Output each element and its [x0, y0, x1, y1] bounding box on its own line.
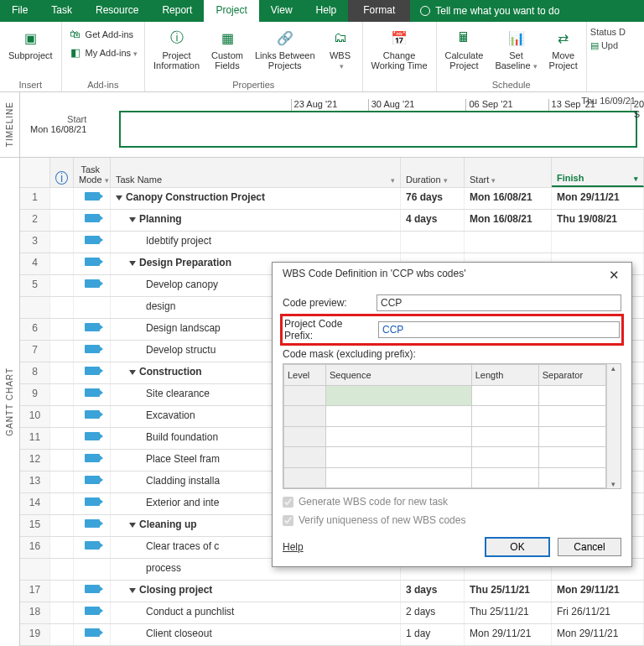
task-mode-icon — [85, 214, 100, 222]
task-mode-icon — [85, 279, 100, 288]
my-addins-button[interactable]: ◧ My Add-ins▾ — [67, 44, 139, 60]
col-info[interactable]: i — [50, 158, 74, 187]
code-mask-label: Code mask (excluding prefix): — [283, 348, 621, 360]
table-row[interactable]: 19Client closeout1 dayMon 29/11/21Mon 29… — [20, 624, 644, 646]
verify-uniqueness-checkbox[interactable]: Verify uniqueness of new WBS codes — [283, 514, 621, 526]
col-task-name[interactable]: Task Name▾ — [111, 158, 401, 187]
col-duration[interactable]: Duration▾ — [401, 158, 465, 187]
task-name-cell[interactable]: Client closeout — [111, 624, 401, 645]
dialog-titlebar: WBS Code Definition in 'CCP wbs codes' ✕ — [273, 263, 631, 288]
table-row[interactable]: 3Idebtify project — [20, 232, 644, 253]
info-icon: i — [55, 171, 68, 185]
links-icon: 🔗 — [274, 27, 296, 49]
wbs-button[interactable]: 🗂 WBS▾ — [324, 25, 357, 73]
timeline-tick: 13 Sep '21 — [548, 99, 595, 111]
code-mask-table[interactable]: Level Sequence Length Separator ▴▾ — [283, 363, 621, 489]
task-mode-icon — [85, 323, 100, 331]
ribbon-group-insert: ▣ Subproject Insert — [0, 22, 62, 91]
code-preview-field: CCP — [377, 294, 621, 311]
table-row[interactable]: 18Conduct a punchlist2 daysThu 25/11/21F… — [20, 602, 644, 624]
status-date-label: Status D — [590, 27, 626, 37]
timeline-tick: 23 Aug '21 — [291, 99, 338, 111]
move-project-button[interactable]: ⇄ Move Project — [546, 25, 581, 72]
task-mode-icon — [85, 476, 100, 484]
table-row[interactable]: 1Canopy Construction Project76 daysMon 1… — [20, 188, 644, 210]
task-name-cell[interactable]: Planning — [111, 210, 401, 231]
gantt-chart-label-strip: GANTT CHART — [0, 158, 20, 646]
task-mode-icon — [85, 585, 100, 593]
task-name-cell[interactable]: Closing project — [111, 581, 401, 602]
tell-me-label: Tell me what you want to do — [435, 5, 559, 17]
menu-help[interactable]: Help — [304, 0, 349, 22]
calculate-icon: 🖩 — [453, 27, 475, 49]
table-row[interactable]: 2Planning4 daysMon 16/08/21Thu 19/08/21 — [20, 210, 644, 232]
code-preview-label: Code preview: — [283, 297, 370, 309]
mask-scrollbar[interactable]: ▴▾ — [606, 364, 621, 488]
timeline-bar[interactable]: 23 Aug '2130 Aug '2106 Sep '2113 Sep '21… — [119, 111, 637, 148]
task-name-cell[interactable]: Canopy Construction Project — [111, 188, 401, 209]
wbs-code-dialog: WBS Code Definition in 'CCP wbs codes' ✕… — [272, 262, 632, 567]
ribbon-group-properties: ⓘ Project Information ▦ Custom Fields 🔗 … — [145, 22, 362, 91]
col-start[interactable]: Start▾ — [465, 158, 552, 187]
task-name-cell[interactable]: Conduct a punchlist — [111, 602, 401, 623]
timeline-label-strip: TIMELINE — [0, 92, 20, 157]
links-between-projects-button[interactable]: 🔗 Links Between Projects — [252, 25, 319, 72]
menu-report[interactable]: Report — [150, 0, 204, 22]
subproject-button[interactable]: ▣ Subproject — [5, 25, 56, 62]
info-icon: ⓘ — [166, 27, 188, 49]
project-code-prefix-input[interactable] — [378, 321, 620, 338]
calculate-project-button[interactable]: 🖩 Calculate Project — [442, 25, 487, 72]
move-icon: ⇄ — [553, 27, 574, 49]
timeline-panel: TIMELINE Thu 16/09/21 Start Mon 16/08/21… — [0, 92, 644, 158]
menu-file[interactable]: File — [0, 0, 39, 22]
dialog-title: WBS Code Definition in 'CCP wbs codes' — [283, 268, 465, 283]
menu-resource[interactable]: Resource — [84, 0, 150, 22]
change-working-time-button[interactable]: 📅 Change Working Time — [368, 25, 431, 72]
grid-header: i Task Mode▾ Task Name▾ Duration▾ Start▾… — [20, 158, 644, 188]
col-finish[interactable]: Finish▾ — [552, 158, 644, 187]
timeline-tick: 06 Sep '21 — [465, 99, 512, 111]
menu-view[interactable]: View — [259, 0, 304, 22]
ribbon: ▣ Subproject Insert 🛍 Get Add-ins ◧ My A… — [0, 22, 644, 92]
cancel-button[interactable]: Cancel — [558, 538, 621, 556]
dialog-close-button[interactable]: ✕ — [605, 268, 623, 283]
task-mode-icon — [85, 498, 100, 506]
update-project-label: Upd — [601, 40, 618, 50]
timeline-tick: 30 Aug '21 — [368, 99, 415, 111]
task-mode-icon — [85, 628, 100, 637]
task-mode-icon — [85, 519, 100, 528]
store-icon: 🛍 — [69, 27, 82, 40]
ribbon-group-addins: 🛍 Get Add-ins ◧ My Add-ins▾ Add-ins — [62, 22, 145, 91]
task-mode-icon — [85, 192, 100, 201]
addins-icon: ◧ — [69, 45, 82, 59]
bulb-icon — [420, 6, 430, 16]
task-mode-icon — [85, 345, 100, 353]
col-task-mode[interactable]: Task Mode▾ — [74, 158, 111, 187]
menu-format[interactable]: Format — [348, 0, 410, 22]
generate-wbs-checkbox[interactable]: Generate WBS code for new task — [283, 496, 621, 508]
table-row[interactable]: 17Closing project3 daysThu 25/11/21Mon 2… — [20, 581, 644, 602]
help-link[interactable]: Help — [283, 541, 304, 553]
project-code-prefix-row: Project Code Prefix: — [283, 316, 621, 343]
task-mode-icon — [85, 454, 100, 462]
get-addins-button[interactable]: 🛍 Get Add-ins — [67, 25, 139, 42]
tell-me[interactable]: Tell me what you want to do — [410, 0, 644, 22]
ribbon-group-changewt: 📅 Change Working Time — [363, 22, 437, 91]
ribbon-right-cut: Status D ▤ Upd — [587, 22, 629, 91]
menu-task[interactable]: Task — [39, 0, 84, 22]
fields-icon: ▦ — [216, 27, 238, 49]
menu-project[interactable]: Project — [204, 0, 258, 22]
ok-button[interactable]: OK — [486, 538, 549, 556]
custom-fields-button[interactable]: ▦ Custom Fields — [208, 25, 247, 72]
calendar-icon: 📅 — [388, 27, 410, 49]
project-information-button[interactable]: ⓘ Project Information — [150, 25, 203, 72]
task-mode-icon — [85, 388, 100, 397]
set-baseline-button[interactable]: 📊 Set Baseline▾ — [491, 25, 540, 73]
timeline-tick: 20 S — [631, 99, 644, 111]
ribbon-group-schedule: 🖩 Calculate Project 📊 Set Baseline▾ ⇄ Mo… — [437, 22, 587, 91]
task-mode-icon — [85, 410, 100, 419]
task-name-cell[interactable]: Idebtify project — [111, 232, 401, 253]
timeline-start: Start Mon 16/08/21 — [30, 114, 86, 134]
wbs-icon: 🗂 — [330, 27, 351, 49]
baseline-icon: 📊 — [506, 27, 527, 49]
